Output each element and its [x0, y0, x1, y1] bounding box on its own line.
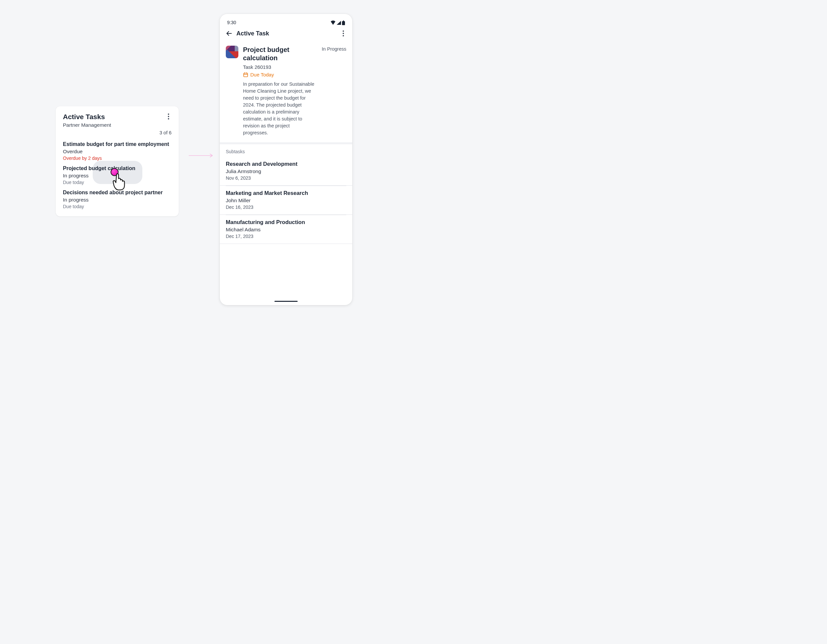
- subtask-title: Manufacturing and Production: [226, 219, 346, 225]
- subtask-title: Marketing and Market Research: [226, 190, 346, 196]
- task-row[interactable]: Estimate budget for part time employment…: [63, 141, 172, 161]
- svg-rect-3: [243, 73, 248, 77]
- task-status: In progress: [63, 173, 172, 179]
- task-status: In progress: [63, 197, 172, 203]
- subtask-owner: Julia Armstrong: [226, 168, 346, 175]
- task-detail: Project budget calculation In Progress T…: [220, 41, 352, 144]
- detail-title: Project budget calculation: [243, 46, 299, 62]
- subtasks-heading: Subtasks: [220, 144, 352, 157]
- subtask-title: Research and Development: [226, 161, 346, 167]
- back-button[interactable]: [225, 29, 234, 38]
- task-row[interactable]: Projected budget calculation In progress…: [63, 165, 172, 185]
- subtask-owner: Michael Adams: [226, 227, 346, 232]
- arrow-right-icon: [189, 152, 215, 159]
- subtask-owner: John Miller: [226, 198, 346, 204]
- task-id: Task 260193: [243, 64, 346, 70]
- wifi-icon: [331, 20, 336, 25]
- task-count: 3 of 6: [159, 130, 172, 136]
- task-title: Decisions needed about project partner: [63, 190, 172, 196]
- status-time: 9:30: [227, 20, 236, 25]
- more-icon[interactable]: [340, 30, 346, 37]
- task-due: Due today: [63, 180, 172, 185]
- subtask-date: Dec 17, 2023: [226, 234, 346, 239]
- svg-rect-1: [342, 21, 345, 25]
- signal-icon: [336, 20, 341, 25]
- subtask-row[interactable]: Marketing and Market Research John Mille…: [220, 186, 352, 215]
- active-tasks-card: Active Tasks Partner Management 3 of 6 E…: [56, 106, 179, 217]
- detail-status: In Progress: [322, 46, 346, 51]
- svg-rect-2: [343, 20, 344, 21]
- calendar-icon: [243, 72, 248, 78]
- subtask-date: Nov 6, 2023: [226, 175, 346, 181]
- status-bar: 9:30: [220, 14, 352, 26]
- subtask-date: Dec 16, 2023: [226, 204, 346, 210]
- due-row: Due Today: [243, 72, 346, 78]
- card-subtitle: Partner Management: [63, 122, 111, 128]
- due-label: Due Today: [250, 72, 274, 78]
- battery-icon: [342, 20, 345, 25]
- app-bar: Active Task: [220, 26, 352, 41]
- detail-description: In preparation for our Sustainable Home …: [243, 81, 316, 136]
- subtask-row[interactable]: Research and Development Julia Armstrong…: [220, 157, 352, 186]
- more-icon[interactable]: [165, 113, 172, 120]
- phone-frame: 9:30 Active Task Project budget calculat…: [220, 14, 352, 305]
- task-thumbnail: [226, 46, 238, 58]
- task-due: Due today: [63, 204, 172, 209]
- subtask-row[interactable]: Manufacturing and Production Michael Ada…: [220, 215, 352, 244]
- appbar-title: Active Task: [236, 30, 340, 37]
- arrow-left-icon: [226, 30, 232, 37]
- card-title: Active Tasks: [63, 113, 111, 121]
- task-row[interactable]: Decisions needed about project partner I…: [63, 190, 172, 209]
- task-title: Estimate budget for part time employment: [63, 141, 172, 147]
- home-indicator[interactable]: [275, 301, 298, 302]
- task-status: Overdue: [63, 148, 172, 154]
- task-title: Projected budget calculation: [63, 165, 172, 172]
- task-due: Overdue by 2 days: [63, 156, 172, 161]
